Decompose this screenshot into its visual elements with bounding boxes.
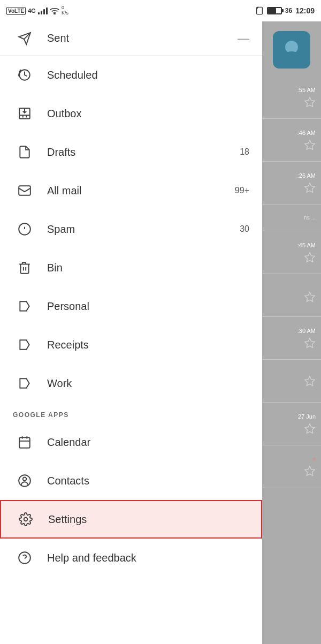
spam-icon	[13, 222, 36, 236]
work-label-icon	[13, 376, 36, 390]
status-bar: VoLTE 4G 0 K/s 36 12:09	[0, 0, 321, 21]
outbox-label: Outbox	[47, 108, 249, 120]
calendar-icon	[13, 435, 36, 449]
personal-label: Personal	[47, 300, 249, 313]
star-icon-8	[304, 375, 316, 387]
allmail-badge: 99+	[235, 186, 249, 195]
avatar-container	[262, 21, 321, 76]
menu-item-outbox[interactable]: Outbox	[0, 94, 262, 133]
sim-icon	[255, 6, 264, 15]
svg-marker-23	[305, 183, 315, 192]
scheduled-label: Scheduled	[47, 69, 249, 81]
email-time-3: :26 AM	[297, 172, 316, 179]
status-bar-right: 36 12:09	[255, 6, 315, 15]
volte-indicator: VoLTE	[6, 7, 26, 15]
google-apps-header: GOOGLE APPS	[0, 403, 262, 423]
email-time-9: 27 Jun	[298, 413, 316, 420]
drafts-icon	[13, 145, 36, 159]
menu-item-allmail[interactable]: All mail 99+	[0, 171, 262, 210]
menu-item-settings[interactable]: Settings	[0, 500, 262, 539]
email-item-8	[262, 360, 321, 403]
avatar	[273, 31, 310, 69]
svg-point-20	[282, 51, 301, 63]
menu-item-scheduled[interactable]: Scheduled	[0, 56, 262, 94]
svg-marker-27	[305, 376, 315, 385]
send-icon	[13, 32, 36, 46]
sent-label: Sent	[47, 32, 238, 44]
svg-marker-22	[305, 140, 315, 149]
spam-label: Spam	[47, 223, 240, 236]
email-time-7: :30 AM	[297, 328, 316, 334]
email-item-5: :45 AM	[262, 231, 321, 274]
svg-marker-28	[305, 423, 315, 433]
settings-icon	[14, 512, 37, 526]
svg-marker-21	[305, 97, 315, 106]
star-icon-1	[304, 96, 316, 108]
svg-marker-25	[305, 292, 315, 301]
menu-item-sent[interactable]: Sent —	[0, 21, 262, 56]
help-label: Help and feedback	[47, 552, 249, 564]
star-icon-7	[304, 337, 316, 349]
email-item-9: 27 Jun	[262, 403, 321, 445]
settings-label: Settings	[48, 513, 248, 526]
svg-marker-24	[305, 252, 315, 261]
email-item-3: :26 AM	[262, 162, 321, 204]
bin-label: Bin	[47, 262, 249, 274]
menu-item-personal[interactable]: Personal	[0, 287, 262, 325]
battery-level: 36	[285, 7, 292, 14]
star-icon-3	[304, 182, 316, 194]
avatar-image	[278, 36, 305, 63]
menu-item-receipts[interactable]: Receipts	[0, 325, 262, 364]
star-icon-2	[304, 139, 316, 151]
help-icon	[13, 551, 36, 565]
email-time-2: :46 AM	[297, 130, 316, 136]
star-icon-6	[304, 291, 316, 303]
wifi-icon	[50, 7, 59, 14]
receipts-label-icon	[13, 338, 36, 352]
status-bar-left: VoLTE 4G 0 K/s	[6, 5, 68, 16]
menu-item-drafts[interactable]: Drafts 18	[0, 133, 262, 171]
battery-icon	[267, 7, 282, 14]
email-highlight-10: e	[312, 456, 316, 462]
drawer: Sent — Scheduled	[0, 21, 262, 644]
menu-item-help[interactable]: Help and feedback	[0, 539, 262, 577]
svg-point-17	[19, 552, 30, 564]
network-speed: 0 K/s	[62, 5, 68, 16]
clock: 12:09	[295, 6, 315, 15]
main-container: Sent — Scheduled	[0, 21, 321, 644]
drafts-label: Drafts	[47, 146, 240, 158]
scheduled-icon	[13, 68, 36, 82]
allmail-label: All mail	[47, 185, 235, 197]
signal-bars	[38, 7, 48, 14]
email-item-7: :30 AM	[262, 317, 321, 360]
contacts-label: Contacts	[47, 475, 249, 487]
menu-item-work[interactable]: Work	[0, 364, 262, 403]
star-icon-9	[304, 423, 316, 435]
svg-rect-4	[19, 186, 30, 195]
svg-point-0	[54, 13, 55, 14]
email-item-6	[262, 274, 321, 317]
email-item-1: :55 AM	[262, 76, 321, 119]
calendar-label: Calendar	[47, 436, 249, 449]
contacts-icon	[13, 474, 36, 488]
star-icon-10	[304, 465, 316, 477]
svg-marker-26	[305, 338, 315, 347]
email-snippet-4: ns ...	[304, 215, 316, 221]
menu-item-calendar[interactable]: Calendar	[0, 423, 262, 461]
bin-icon	[13, 261, 36, 275]
email-item-2: :46 AM	[262, 119, 321, 162]
email-panel: :55 AM :46 AM :26 AM ns ... :45 AM	[262, 21, 321, 644]
spam-badge: 30	[240, 224, 249, 234]
menu-item-spam[interactable]: Spam 30	[0, 210, 262, 248]
email-time-5: :45 AM	[297, 242, 316, 248]
svg-point-15	[23, 478, 27, 481]
drafts-badge: 18	[240, 147, 249, 157]
svg-point-16	[24, 518, 28, 521]
signal-4g: 4G	[28, 7, 36, 14]
menu-item-contacts[interactable]: Contacts	[0, 461, 262, 500]
menu-item-bin[interactable]: Bin	[0, 248, 262, 287]
personal-label-icon	[13, 299, 36, 313]
outbox-icon	[13, 107, 36, 120]
email-time-1: :55 AM	[297, 87, 316, 93]
receipts-label: Receipts	[47, 339, 249, 351]
